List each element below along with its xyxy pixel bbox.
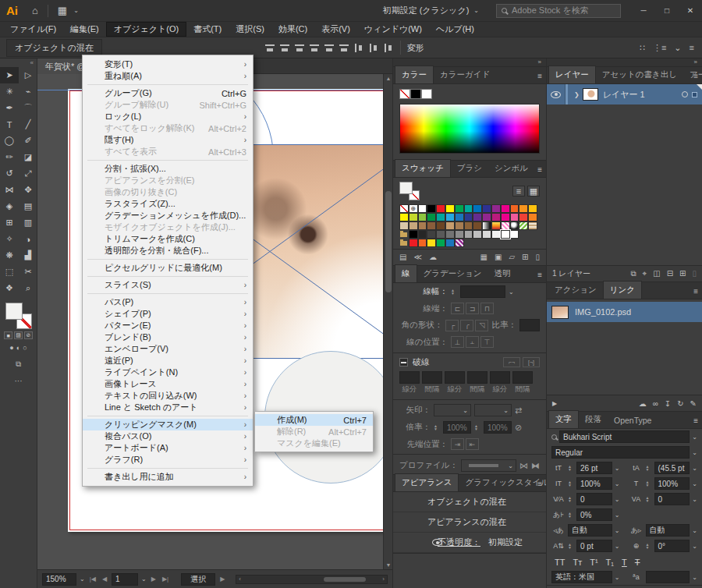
superscript-button[interactable]: T¹ <box>590 558 597 567</box>
zoom-chevron-icon[interactable]: ⌄ <box>80 576 85 583</box>
delete-swatch-icon[interactable]: ▯ <box>535 253 540 261</box>
object-menu-item-17[interactable]: トリムマークを作成(C) <box>83 233 253 245</box>
object-menu-item-35[interactable]: クリッピングマスク(M)› <box>83 419 253 430</box>
swatch-1-4[interactable] <box>427 204 436 213</box>
curvature-tool[interactable]: ⌒ <box>19 100 37 116</box>
links-panel-menu-icon[interactable]: ≡ <box>693 287 697 296</box>
swatch-3-4[interactable] <box>427 221 436 230</box>
new-swatch-icon[interactable]: ⊞ <box>522 253 528 261</box>
type-tool[interactable]: T <box>0 116 19 133</box>
vertical-align-top-icon[interactable] <box>264 43 275 53</box>
swatch-5-7[interactable] <box>455 239 464 247</box>
swatch-5-3[interactable] <box>418 239 427 247</box>
swatch-5-6[interactable] <box>445 239 455 247</box>
free-transform-tool[interactable]: ✥ <box>19 182 37 198</box>
swatch-3-12[interactable] <box>501 221 510 230</box>
profile-flip-h-icon[interactable]: ⋈ <box>519 461 528 471</box>
stroke-weight-field[interactable] <box>460 285 505 298</box>
perspective-grid-tool[interactable]: ▤ <box>19 198 37 214</box>
grid-view-icon[interactable]: ▦ <box>527 186 540 197</box>
character-tab-1[interactable]: 文字 <box>548 410 579 428</box>
transform-label[interactable]: 変形 <box>407 42 424 54</box>
object-menu-item-6[interactable]: ロック(L)› <box>83 111 253 122</box>
color-spectrum[interactable] <box>399 104 540 154</box>
symbol-sprayer-tool[interactable]: ❋ <box>0 247 19 264</box>
pen-tool[interactable]: ✒ <box>0 100 19 116</box>
new-color-group-icon[interactable]: ▱ <box>509 253 515 261</box>
collect-for-export-icon[interactable]: ⧉ <box>630 269 636 278</box>
width-tool[interactable]: ⋈ <box>0 182 19 198</box>
show-link-info-icon[interactable]: ▶ <box>552 400 557 407</box>
swatch-4-2[interactable] <box>409 230 418 239</box>
object-menu-item-18[interactable]: 透明部分を分割・統合(F)... <box>83 245 253 257</box>
antialias-field[interactable] <box>646 571 690 583</box>
color-themes-icon[interactable]: ≪ <box>413 253 421 261</box>
swatch-3-10[interactable] <box>482 221 491 230</box>
color-none-swatch[interactable] <box>399 89 410 99</box>
draw-inside-icon[interactable]: ○ <box>23 344 27 352</box>
menubar-item-8[interactable]: ウィンドウ(W) <box>357 22 429 37</box>
gradient-tool[interactable]: ▥ <box>19 214 37 231</box>
swatch-4-6[interactable] <box>445 230 455 239</box>
canvas-vertical-scrollbar[interactable]: ▲ ▼ <box>383 74 392 569</box>
character-tab-3[interactable]: OpenType <box>608 413 658 428</box>
line-segment-tool[interactable]: ╱ <box>19 116 37 133</box>
draw-behind-icon[interactable]: ◐ <box>16 344 20 352</box>
horizontal-distribute-right-icon[interactable] <box>339 43 349 53</box>
swatch-3-13[interactable] <box>510 221 519 230</box>
language-chevron-icon[interactable]: ⌄ <box>615 574 620 581</box>
fill-gradient-button[interactable]: ▨ <box>14 331 23 339</box>
close-button[interactable]: ✕ <box>679 0 702 22</box>
stock-search-box[interactable]: Adobe Stock を検索 <box>496 4 621 18</box>
swatch-2-13[interactable] <box>510 213 519 221</box>
strikethrough-button[interactable]: Ŧ <box>635 558 640 567</box>
update-link-icon[interactable]: ↻ <box>677 399 683 408</box>
dash-field[interactable] <box>490 371 510 384</box>
maximize-button[interactable]: □ <box>655 0 679 22</box>
stroke-tab-2[interactable]: グラデーション <box>417 265 488 282</box>
appearance-opacity-row[interactable]: 不透明度： 初期設定 <box>393 533 546 553</box>
object-menu-item-31[interactable]: 画像トレース› <box>83 378 253 390</box>
layers-tab-3[interactable]: アートボード <box>683 66 702 83</box>
mesh-tool[interactable]: ⊞ <box>0 214 19 231</box>
vscroll-thumb[interactable] <box>385 191 392 292</box>
scroll-left-icon[interactable]: ‹ <box>239 576 241 583</box>
swatch-2-4[interactable] <box>427 213 436 221</box>
zoom-level-field[interactable]: 150% <box>42 573 76 586</box>
font-size-field[interactable]: 26 pt <box>576 462 612 474</box>
swatch-2-15[interactable] <box>528 213 537 221</box>
character-panel-menu-icon[interactable]: ≡ <box>693 416 697 425</box>
aki-right-field[interactable]: 自動 <box>646 524 690 537</box>
cap-button-1-icon[interactable]: ⊏ <box>451 303 464 314</box>
horizontal-distribute-left-icon[interactable] <box>309 43 320 53</box>
relink-icon[interactable]: ∞ <box>653 399 658 408</box>
language-field[interactable]: 英語：米国 <box>551 571 612 583</box>
link-row[interactable]: IMG_0102.psd <box>547 302 702 322</box>
swatch-registration[interactable]: ⊕ <box>409 204 418 213</box>
opacity-label[interactable]: 不透明度： <box>438 537 480 548</box>
link-file-name[interactable]: IMG_0102.psd <box>575 307 631 317</box>
vertical-scale-field[interactable]: 100% <box>576 477 612 490</box>
arrow-swap-icon[interactable]: ⇄ <box>515 406 522 416</box>
object-menu-item-22[interactable]: スライス(S)› <box>83 279 253 291</box>
tracking-chevron-icon[interactable]: ⌄ <box>692 496 697 503</box>
object-menu-item-33[interactable]: Line と Sketch のアート› <box>83 402 253 413</box>
arrow-start-dropdown[interactable]: ⌄ <box>434 404 471 416</box>
layers-panel-menu-icon[interactable]: ≡ <box>693 72 697 80</box>
swatch-5-2[interactable] <box>409 239 418 247</box>
antialias-chevron-icon[interactable]: ⌄ <box>692 574 697 581</box>
rotate-tool[interactable]: ↺ <box>0 165 19 182</box>
aki-left-chevron-icon[interactable]: ⌄ <box>615 527 620 534</box>
layer-row[interactable]: ❯ レイヤー 1 <box>547 84 702 104</box>
stroke-align-button-3-icon[interactable]: ⊤ <box>480 336 494 348</box>
status-expand-icon[interactable]: ▶ <box>218 576 226 583</box>
swatch-1-13[interactable] <box>510 204 519 213</box>
font-style-field[interactable]: Regular <box>551 446 690 459</box>
scale-tool[interactable]: ⤢ <box>19 165 37 182</box>
swatch-2-1[interactable] <box>399 213 409 221</box>
dash-field[interactable] <box>512 371 533 384</box>
swatch-1-10[interactable] <box>482 204 491 213</box>
clip-submenu-item-1[interactable]: 作成(M)Ctrl+7 <box>255 414 373 426</box>
swatch-1-9[interactable] <box>473 204 482 213</box>
object-menu-item-25[interactable]: シェイプ(P)› <box>83 308 253 320</box>
